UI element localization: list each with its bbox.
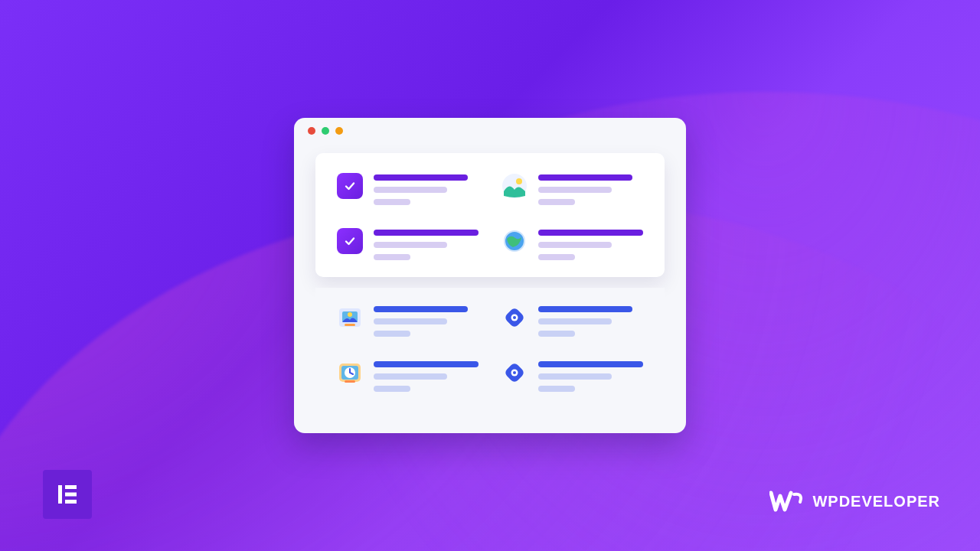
traffic-light-zoom-icon [335, 127, 343, 135]
feature-panel-top [315, 153, 665, 277]
checkbox-icon [337, 228, 363, 254]
feature-grid [337, 173, 643, 260]
placeholder-lines [374, 228, 479, 260]
globe-icon [501, 228, 528, 254]
list-item [337, 173, 479, 205]
list-item [337, 305, 479, 337]
feature-panels [315, 153, 665, 409]
svg-point-21 [513, 371, 516, 374]
placeholder-lines [374, 173, 479, 205]
placeholder-lines [538, 173, 643, 205]
photo-icon [337, 305, 363, 331]
feature-grid [337, 305, 643, 392]
svg-point-10 [348, 312, 352, 317]
placeholder-lines [374, 360, 479, 392]
wpdeveloper-mark-icon [769, 490, 805, 513]
svg-point-5 [516, 178, 522, 184]
svg-rect-18 [345, 380, 355, 383]
placeholder-lines [538, 305, 643, 337]
traffic-light-close-icon [308, 127, 315, 135]
wpdeveloper-wordmark: WPDEVELOPER [812, 493, 940, 510]
wpdeveloper-logo: WPDEVELOPER [769, 490, 940, 513]
list-item [501, 360, 643, 392]
svg-rect-0 [58, 485, 62, 504]
placeholder-lines [538, 228, 643, 260]
svg-rect-11 [345, 324, 355, 326]
traffic-light-minimize-icon [322, 127, 329, 135]
list-item [337, 228, 479, 260]
clock-icon [337, 360, 363, 386]
list-item [501, 305, 643, 337]
diamond-icon [501, 305, 528, 331]
browser-window [294, 118, 686, 433]
placeholder-lines [374, 305, 479, 337]
list-item [337, 360, 479, 392]
elementor-icon [54, 481, 80, 507]
elementor-logo [43, 470, 92, 519]
developer-suffix: DEVELOPER [839, 493, 940, 510]
hero-stage: WPDEVELOPER [0, 0, 980, 551]
image-icon [501, 173, 528, 199]
browser-titlebar [294, 118, 686, 144]
svg-point-14 [513, 316, 516, 319]
wp-prefix: WP [812, 493, 838, 510]
feature-panel-bottom [315, 288, 665, 409]
diamond-icon [501, 360, 528, 386]
checkbox-icon [337, 173, 363, 199]
list-item [501, 228, 643, 260]
svg-rect-1 [65, 485, 77, 489]
svg-rect-2 [65, 493, 77, 497]
placeholder-lines [538, 360, 643, 392]
svg-rect-3 [65, 500, 77, 504]
list-item [501, 173, 643, 205]
